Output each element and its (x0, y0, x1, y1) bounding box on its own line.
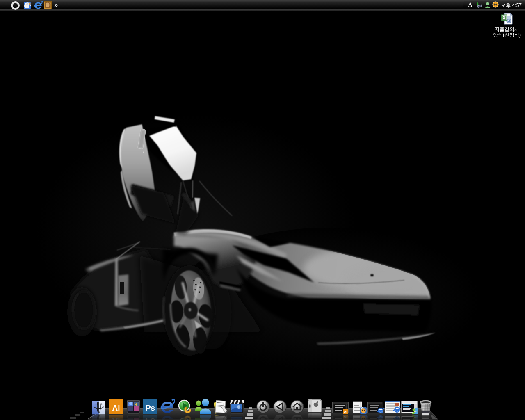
svg-text:Ps: Ps (146, 404, 155, 412)
svg-text:Ai: Ai (344, 410, 347, 413)
svg-text:Ai: Ai (112, 404, 120, 412)
